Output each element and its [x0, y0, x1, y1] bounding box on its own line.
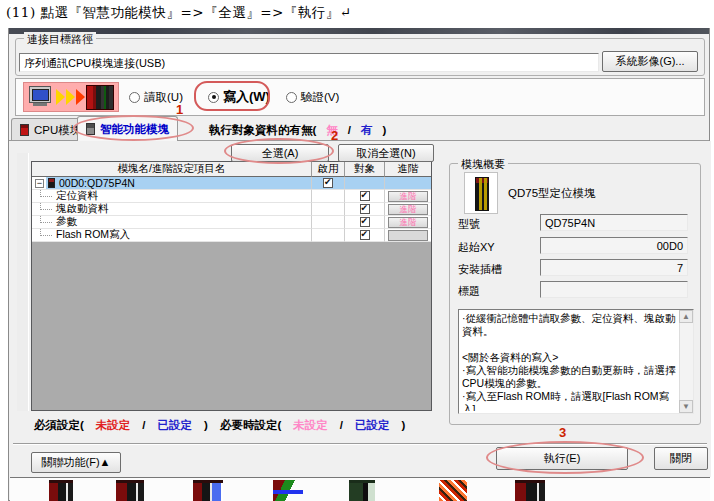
- qd75-icon-box: [464, 172, 498, 214]
- slot-value-field: 7: [540, 259, 688, 276]
- annotation-number-3: 3: [559, 425, 566, 440]
- annotation-number-1: 1: [176, 102, 183, 117]
- advanced-button[interactable]: 進階: [388, 191, 428, 202]
- radio-write-label: 寫入(W): [223, 88, 270, 106]
- target-status-separator: /: [348, 124, 351, 136]
- row-label: 00D0:QD75P4N: [59, 177, 135, 189]
- radio-circle-icon[interactable]: [286, 92, 297, 103]
- radio-write[interactable]: 寫入(W): [208, 88, 270, 106]
- optional-set: 已設定: [355, 419, 390, 431]
- select-all-button[interactable]: 全選(A): [231, 144, 329, 162]
- optional-label: 必要時設定(: [220, 419, 281, 431]
- data-edit-icon[interactable]: [273, 480, 303, 501]
- advanced-button[interactable]: 進階: [388, 217, 428, 228]
- target-checkbox[interactable]: [360, 217, 370, 227]
- connection-group-label: 連接目標路徑: [24, 32, 96, 47]
- screenshot-root: (11) 點選『智慧功能模快』=>『全選』=>『執行』↵ 連接目標路徑 序列通訊…: [0, 0, 714, 501]
- radio-verify[interactable]: 驗證(V): [286, 90, 339, 105]
- row-label: 參數: [56, 215, 77, 229]
- required-label: 必須設定(: [34, 419, 84, 431]
- radio-verify-label: 驗證(V): [301, 90, 339, 105]
- panel-left-strip: [17, 153, 29, 411]
- target-checkbox[interactable]: [360, 191, 370, 201]
- scroll-down-icon[interactable]: ▼: [679, 400, 693, 413]
- model-value-field: QD75P4N: [540, 214, 688, 231]
- radio-circle-icon[interactable]: [208, 92, 219, 103]
- table-header-row: 模塊名/進階設定項目名 啟用 對象 進階: [32, 162, 431, 177]
- radio-read[interactable]: 讀取(U): [129, 90, 183, 105]
- cpu-module-icon: [20, 124, 29, 136]
- system-image-button[interactable]: 系統影像(G)...: [602, 51, 698, 72]
- plc-module-icon[interactable]: [116, 480, 144, 501]
- header-module-name: 模塊名/進階設定項目名: [32, 162, 312, 177]
- plc-monitor-icon[interactable]: [193, 480, 223, 501]
- related-functions-button[interactable]: 關聯功能(F)▲: [31, 452, 121, 473]
- header-target: 對象: [345, 162, 385, 177]
- table-row-flash-rom-write[interactable]: Flash ROM寫入: [32, 229, 431, 242]
- target-checkbox[interactable]: [360, 204, 370, 214]
- required-set: 已設定: [158, 419, 193, 431]
- radio-circle-icon[interactable]: [129, 92, 140, 103]
- connection-path-field[interactable]: 序列通訊CPU模塊連接(USB): [19, 53, 599, 72]
- annotation-number-2: 2: [331, 128, 338, 143]
- model-label: 型號: [458, 217, 480, 232]
- target-status-suffix: ): [383, 124, 387, 136]
- cabinet-icon[interactable]: [349, 480, 375, 501]
- arrow-icon: [66, 89, 75, 105]
- footer-divider: [13, 443, 707, 445]
- tab-intelligent-function-module[interactable]: 智能功能模塊: [77, 116, 178, 141]
- plc-module-icon[interactable]: [515, 480, 545, 501]
- target-checkbox[interactable]: [360, 230, 370, 240]
- status-sep: /: [142, 419, 145, 431]
- execute-button[interactable]: 執行(E): [496, 447, 628, 470]
- title-label: 標題: [458, 284, 480, 299]
- tree-line: [40, 203, 52, 210]
- module-outline-label: 模塊概要: [458, 157, 508, 172]
- target-data-status: 執行對象資料的有無(無/有): [209, 123, 396, 138]
- table-row-block-start-data[interactable]: 塊啟動資料 進階: [32, 203, 431, 216]
- slot-label: 安裝插槽: [458, 262, 502, 277]
- header-enable: 啟用: [312, 162, 345, 177]
- enable-checkbox[interactable]: [323, 178, 333, 188]
- row-label: Flash ROM寫入: [56, 228, 130, 242]
- advanced-button-disabled: [388, 230, 428, 241]
- step-caption: (11) 點選『智慧功能模快』=>『全選』=>『執行』↵: [6, 4, 352, 22]
- status-close: ): [204, 419, 208, 431]
- module-type-text: QD75型定位模塊: [508, 186, 596, 201]
- computer-icon: [29, 86, 51, 103]
- scroll-up-icon[interactable]: ▲: [679, 310, 693, 323]
- start-xy-label: 起始XY: [458, 240, 495, 255]
- deselect-all-button[interactable]: 取消全選(N): [338, 144, 434, 162]
- module-outline-group: 模塊概要 QD75型定位模塊 型號 QD75P4N 起始XY 00D0 安裝插槽…: [449, 163, 701, 425]
- status-close: ): [401, 419, 405, 431]
- target-status-have: 有: [361, 124, 373, 136]
- target-status-prefix: 執行對象資料的有無(: [209, 124, 316, 136]
- row-label: 定位資料: [56, 189, 98, 203]
- scrollbar[interactable]: [679, 310, 693, 413]
- tree-line: [40, 190, 52, 197]
- write-to-module-dialog: 連接目標路徑 序列通訊CPU模塊連接(USB) 系統影像(G)... 讀取(U)…: [8, 28, 710, 501]
- tab-cpu-label: CPU模塊: [34, 123, 81, 138]
- arrow-icon: [76, 89, 85, 105]
- start-xy-value-field: 00D0: [540, 237, 688, 254]
- status-sep: /: [340, 419, 343, 431]
- close-button[interactable]: 關閉: [654, 447, 708, 470]
- dialog-titlebar: [9, 28, 709, 34]
- title-value-field: [540, 281, 688, 298]
- module-icon: [48, 178, 55, 188]
- verify-icon[interactable]: [439, 480, 467, 501]
- module-description-box: ·從緩衝記憶體中讀取參數、定位資料、塊啟動資料。 <關於各資料的寫入> ·寫入智…: [458, 309, 694, 414]
- tree-line: [40, 216, 52, 223]
- pc-to-plc-transfer-icon: [23, 82, 119, 112]
- plc-module-icon[interactable]: [49, 480, 73, 501]
- row-label: 塊啟動資料: [56, 202, 109, 216]
- arrow-icon: [56, 89, 65, 105]
- plc-rack-icon: [86, 85, 114, 110]
- setting-status-row: 必須設定(未設定/已設定)必要時設定(未設定/已設定): [34, 418, 417, 433]
- optional-unset: 未設定: [293, 419, 328, 431]
- advanced-button[interactable]: 進階: [388, 204, 428, 215]
- required-unset: 未設定: [96, 419, 131, 431]
- tab-intelligent-label: 智能功能模塊: [100, 122, 169, 137]
- module-setting-table[interactable]: 模塊名/進階設定項目名 啟用 對象 進階 − 00D0:QD75P4N 定位: [31, 161, 432, 411]
- tree-collapse-icon[interactable]: −: [35, 179, 44, 188]
